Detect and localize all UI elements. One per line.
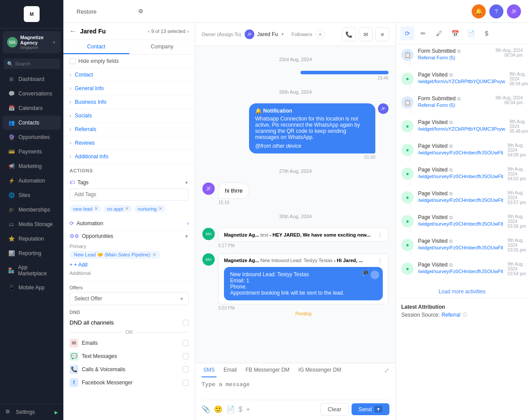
remove-tag-nurturing[interactable]: ✕ [158,206,162,212]
tab-fb-messenger[interactable]: FB Messenger DM [244,363,291,377]
sidebar-item-reporting[interactable]: 📊 Reporting [3,246,61,260]
fb-dnd-checkbox[interactable] [183,380,189,386]
dnd-all-checkbox[interactable] [183,320,189,326]
phone-action-btn[interactable]: 📞 [342,27,356,41]
load-more-button[interactable]: Load more activities [396,285,528,298]
act-copy-icon-4[interactable]: ⧉ [449,143,453,149]
act-copy-icon-0[interactable]: ⧉ [457,48,461,54]
agency-selector[interactable]: MA Magnetize Agency Singapore ▼ [3,31,61,53]
section-general-info[interactable]: › General Info [63,82,195,95]
help-button[interactable]: ? [489,4,503,18]
act-sub-7[interactable]: /widget/survey/Fz0CHmbecffrJSOUwFlt [418,221,503,226]
user-menu-button[interactable]: JF [507,4,521,18]
sidebar-item-reputation[interactable]: ⭐ Reputation [3,232,61,246]
sidebar-item-opportunities[interactable]: 🔮 Opportunities [3,130,61,144]
sidebar-item-conversations[interactable]: 💬 Conversations [3,87,61,101]
act-copy-icon-1[interactable]: ⧉ [449,72,453,78]
section-referrals[interactable]: › Referrals [63,123,195,136]
act-copy-icon-8[interactable]: ⧉ [449,238,453,244]
top-tab-bulk-actions[interactable]: Bulk Actions [70,0,134,5]
preview-more-icon[interactable]: ⋮ [378,232,383,238]
top-tab-restore[interactable]: Restore [70,5,134,18]
search-bar[interactable]: 🔍 ⌘K + [4,58,60,69]
act-sub-9[interactable]: /widget/survey/Fz0CHmbecffrJSOUwFlt [418,269,503,274]
remove-pipeline-tag[interactable]: ✕ [152,252,156,258]
section-business-info[interactable]: › Business Info [63,95,195,109]
checkbox-hide-empty[interactable] [70,58,76,64]
activity-tab-edit[interactable]: ✏ [416,26,430,40]
settings-gear-btn[interactable]: ⚙ [136,5,146,17]
sidebar-item-dashboard[interactable]: ⊞ Dashboard [3,72,61,86]
activity-tab-dollar[interactable]: $ [480,26,494,40]
activity-tab-pen[interactable]: 🖊 [432,26,446,40]
email-dnd-checkbox[interactable] [183,340,189,346]
sidebar-item-payments[interactable]: 💳 Payments [3,145,61,159]
emoji-icon[interactable]: 🙂 [214,405,223,413]
sidebar-item-contacts[interactable]: 👥 Contacts [3,116,61,130]
clear-button[interactable]: Clear [320,403,349,416]
act-copy-icon-9[interactable]: ⧉ [449,262,453,268]
dollar-icon[interactable]: $ [238,405,242,413]
sidebar-item-appmarket[interactable]: 🏪 App Marketplace [3,261,61,280]
remove-tag-no-appt[interactable]: ✕ [125,206,129,212]
template-icon[interactable]: 📄 [226,405,235,413]
more-action-btn[interactable]: ≡ [375,27,389,41]
act-sub-0[interactable]: Referral Form (5) [418,55,455,60]
act-sub-3[interactable]: /widget/form/uYZCbRPttbYQUMC3Pvyw [418,126,505,131]
act-copy-icon-2[interactable]: ⧉ [457,96,461,102]
act-sub-5[interactable]: /widget/survey/Fz0CHmbecffrJSOUwFlt [418,174,503,179]
sidebar-item-mobile[interactable]: 📱 Mobile App [3,281,61,295]
add-icon[interactable]: + [246,405,250,413]
tab-company[interactable]: Company [129,40,195,54]
send-dropdown-icon[interactable]: ▼ [374,406,382,413]
tab-contact[interactable]: Contact [63,40,129,54]
hide-empty-fields[interactable]: Hide empty fields [63,55,195,68]
act-copy-icon-7[interactable]: ⧉ [449,215,453,220]
act-sub-8[interactable]: /widget/survey/Fz0CHmbecffrJSOUwFlt [418,245,503,250]
remove-tag-new-lead[interactable]: ✕ [94,206,98,212]
tab-sms[interactable]: SMS [202,363,216,377]
automation-row[interactable]: ⟳ Automation › [70,217,189,230]
sidebar-item-settings[interactable]: ⚙ Settings ▶ [0,404,63,420]
tags-input[interactable] [70,188,189,201]
sidebar-item-sites[interactable]: 🌐 Sites [3,188,61,202]
message-input[interactable] [202,381,389,398]
sidebar-item-calendars[interactable]: 📅 Calendars [3,101,61,115]
calls-dnd-checkbox[interactable] [183,366,189,373]
sidebar-item-memberships[interactable]: 🎓 Memberships [3,203,61,217]
add-follower-button[interactable]: + [316,30,325,39]
section-socials[interactable]: › Socials [63,109,195,123]
tab-email[interactable]: Email [222,363,238,377]
select-offer-dropdown[interactable]: Select Offer ▼ [70,292,189,305]
section-contact[interactable]: › Contact [63,68,195,82]
notifications-button[interactable]: 🔔 [472,4,486,18]
sidebar-item-marketing[interactable]: 📢 Marketing [3,159,61,173]
section-reviews[interactable]: › Reviews [63,136,195,150]
act-sub-2[interactable]: Referral Form (5) [418,102,455,108]
opportunities-header[interactable]: ⚙⚙ Opportunities ▼ [70,230,189,242]
activity-tab-history[interactable]: ⟳ [400,26,414,40]
activity-tab-document[interactable]: 📄 [464,26,478,40]
tab-ig-messenger[interactable]: IG Messenger DM [297,363,343,377]
act-copy-icon-3[interactable]: ⧉ [449,120,453,125]
sidebar-item-automation[interactable]: ⚡ Automation [3,174,61,188]
sms-dnd-checkbox[interactable] [183,353,189,359]
prev-contact-btn[interactable]: ‹ [148,29,150,34]
act-sub-1[interactable]: /widget/form/uYZCbRPttbYQUMC3Pvyw [418,79,505,84]
send-button[interactable]: Send ▼ [352,403,389,415]
add-opportunity-button[interactable]: + + Add [70,262,189,268]
act-sub-6[interactable]: /widget/survey/Fz0CHmbecffrJSOUwFlt [418,197,503,203]
tags-header[interactable]: 🏷 Tags ▼ [70,177,189,188]
back-button[interactable]: ← [70,27,77,35]
act-sub-4[interactable]: /widget/survey/Fz0CHmbecffrJSOUwFlt [418,150,503,155]
next-contact-btn[interactable]: › [187,29,189,34]
email-action-btn[interactable]: ✉ [359,27,373,41]
expand-chat-btn[interactable]: ⤢ [384,367,389,374]
section-additional-info[interactable]: › Additional Info [63,150,195,164]
sidebar-item-media[interactable]: 🗂 Media Storage [3,217,61,231]
activity-tab-calendar[interactable]: 📅 [448,26,462,40]
act-copy-icon-5[interactable]: ⧉ [449,167,453,173]
attachment-icon[interactable]: 📎 [202,405,210,413]
act-copy-icon-6[interactable]: ⧉ [449,191,453,197]
owner-dropdown[interactable]: JF Jared Fu ▼ [245,29,284,39]
